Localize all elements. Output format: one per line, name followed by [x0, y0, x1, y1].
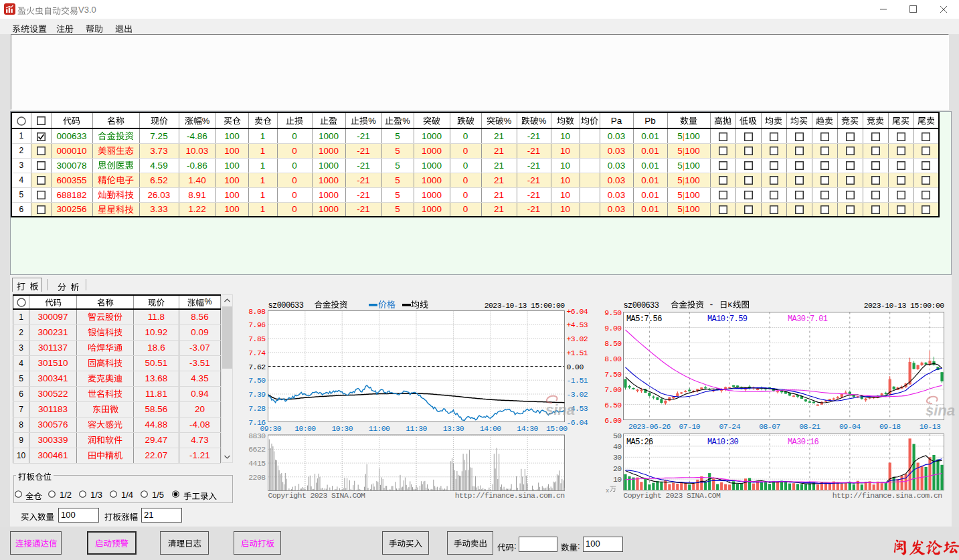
svg-text:9.50: 9.50: [604, 308, 622, 317]
svg-text:8830: 8830: [248, 432, 266, 440]
svg-text:x: x: [606, 488, 609, 494]
svg-text:20: 20: [613, 464, 622, 473]
svg-text:http://finance.sina.com.cn: http://finance.sina.com.cn: [455, 491, 565, 500]
svg-text:7.96: 7.96: [248, 320, 266, 329]
svg-text:MA10:7.59: MA10:7.59: [707, 314, 748, 324]
svg-text:11:30: 11:30: [406, 424, 427, 433]
svg-text:6.00: 6.00: [604, 416, 622, 425]
svg-text:sina: sina: [926, 402, 955, 419]
svg-text:10:00: 10:00: [294, 424, 316, 433]
svg-text:7.85: 7.85: [248, 335, 266, 343]
svg-text:Copyright 2023 SINA.COM: Copyright 2023 SINA.COM: [624, 491, 721, 500]
svg-text:15:00: 15:00: [546, 424, 568, 433]
svg-text:6.50: 6.50: [604, 401, 622, 409]
svg-text:K: K: [728, 301, 733, 309]
svg-text:Copyright 2023 SINA.COM: Copyright 2023 SINA.COM: [268, 491, 366, 500]
svg-text:10:30: 10:30: [331, 424, 353, 433]
svg-text:0.00: 0.00: [567, 363, 584, 371]
svg-text:sz000633: sz000633: [268, 301, 304, 310]
svg-text:14:00: 14:00: [480, 424, 501, 433]
svg-text:+3.02: +3.02: [567, 335, 588, 343]
svg-text:7.28: 7.28: [248, 404, 266, 413]
svg-text:6622: 6622: [248, 445, 266, 454]
svg-text:10: 10: [613, 475, 622, 484]
svg-text:50: 50: [613, 432, 622, 440]
svg-text:+4.53: +4.53: [567, 320, 588, 329]
svg-text:sz000633: sz000633: [624, 301, 659, 310]
svg-text:8.08: 8.08: [248, 307, 266, 316]
svg-text:8.00: 8.00: [604, 355, 622, 363]
svg-text:http://finance.sina.com.cn: http://finance.sina.com.cn: [833, 491, 942, 500]
svg-text:14:30: 14:30: [517, 424, 538, 433]
svg-text:08-21: 08-21: [799, 422, 820, 431]
svg-text:09-04: 09-04: [839, 422, 861, 431]
svg-text:2023-06-26: 2023-06-26: [628, 422, 671, 431]
svg-text:09-18: 09-18: [879, 422, 901, 431]
svg-text:10-13: 10-13: [920, 422, 941, 431]
svg-text:11:00: 11:00: [369, 424, 390, 433]
svg-text:40: 40: [613, 442, 622, 451]
svg-text:-1.51: -1.51: [567, 376, 588, 385]
svg-text:sina: sina: [545, 401, 575, 418]
svg-text:MA30:7.01: MA30:7.01: [788, 314, 828, 324]
svg-text:-3.02: -3.02: [567, 390, 588, 399]
svg-text:7.39: 7.39: [248, 390, 266, 399]
svg-text:2023-10-13 15:00:00: 2023-10-13 15:00:00: [485, 301, 565, 310]
svg-text:4415: 4415: [248, 459, 266, 468]
svg-text:30: 30: [613, 453, 622, 462]
svg-text:MA5:26: MA5:26: [626, 438, 653, 447]
svg-text:9.00: 9.00: [604, 324, 622, 333]
svg-text:8.50: 8.50: [604, 339, 622, 348]
svg-text:07-10: 07-10: [679, 422, 701, 431]
svg-text:-6.04: -6.04: [567, 418, 588, 427]
svg-text:+6.04: +6.04: [567, 307, 588, 316]
svg-text:MA30:16: MA30:16: [788, 438, 819, 447]
svg-text:07-24: 07-24: [719, 422, 740, 431]
svg-text:-: -: [709, 300, 713, 310]
svg-text:7.50: 7.50: [604, 370, 622, 379]
svg-text:7.62: 7.62: [248, 363, 266, 371]
svg-text:08-07: 08-07: [759, 422, 780, 431]
svg-text:7.74: 7.74: [248, 349, 266, 357]
svg-text:2208: 2208: [248, 473, 266, 482]
svg-text:2023-10-13 15:00:00: 2023-10-13 15:00:00: [864, 301, 944, 310]
svg-text:MA5:7.56: MA5:7.56: [626, 314, 662, 324]
svg-text:09:30: 09:30: [260, 424, 282, 433]
svg-text:7.50: 7.50: [248, 376, 266, 385]
svg-text:13:30: 13:30: [443, 424, 464, 433]
svg-text:7.00: 7.00: [604, 385, 622, 394]
svg-text:MA10:30: MA10:30: [707, 438, 739, 447]
svg-text:+1.51: +1.51: [567, 349, 588, 357]
